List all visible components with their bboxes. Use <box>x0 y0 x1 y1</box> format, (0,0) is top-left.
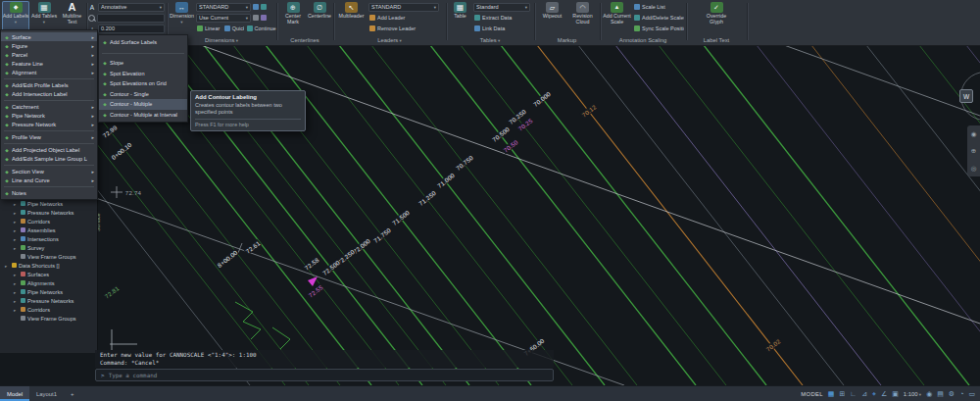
toolspace-tree-item[interactable]: Surfaces <box>0 270 97 278</box>
text-height-field[interactable]: 0.200 <box>98 25 165 33</box>
linear-dimension-button[interactable]: Linear <box>196 25 221 33</box>
find-text-input[interactable] <box>97 14 165 23</box>
scale-list-button[interactable]: Scale List <box>633 3 666 12</box>
menu-item[interactable]: Add Projected Object Label <box>1 145 97 154</box>
table-button[interactable]: Table <box>449 1 471 34</box>
remove-leader-button[interactable]: Remove Leader <box>368 25 416 33</box>
tree-expand-icon[interactable] <box>14 272 19 277</box>
menu-item[interactable]: Pressure Network <box>1 120 97 128</box>
submenu-item[interactable]: Contour - Multiple at Interval <box>99 110 187 121</box>
contour-label[interactable]: 72.74 <box>124 189 142 196</box>
command-input[interactable]: Type a command <box>95 369 554 381</box>
submenu-item[interactable] <box>99 48 187 59</box>
layout-tab[interactable]: Layout1 <box>29 386 64 401</box>
override-glyph-button[interactable]: Override Glyph <box>701 1 732 34</box>
add-current-scale-button[interactable]: Add Current Scale <box>603 1 631 34</box>
dim-style-dropdown[interactable]: STANDARD <box>196 3 251 12</box>
status-icon[interactable]: ▣ <box>892 386 899 401</box>
status-icon[interactable]: ▦ <box>828 386 835 401</box>
toolspace-tree-item[interactable]: Alignments <box>0 278 97 287</box>
panel-label-centerlines[interactable]: Centerlines <box>276 35 333 45</box>
submenu-item[interactable]: Slope <box>99 58 187 69</box>
toolspace-tree-item[interactable]: Pipe Networks <box>0 199 97 208</box>
panel-label-tables[interactable]: Tables <box>446 35 534 45</box>
tree-expand-icon[interactable] <box>14 298 19 304</box>
multileader-button[interactable]: Multileader <box>337 1 366 34</box>
continue-dimension-button[interactable]: Continue <box>246 25 276 33</box>
menu-item[interactable] <box>1 98 97 102</box>
status-icon[interactable]: ▤ <box>937 386 944 401</box>
toolspace-tree-item[interactable]: Corridors <box>0 305 97 314</box>
menu-item[interactable]: Line and Curve <box>1 175 97 184</box>
wipeout-button[interactable]: Wipeout <box>538 1 566 34</box>
menu-item[interactable]: Feature Line <box>1 59 97 68</box>
menu-item[interactable]: Parcel <box>1 50 97 59</box>
submenu-item[interactable]: Contour - Multiple <box>99 99 187 110</box>
menu-item[interactable] <box>1 141 97 145</box>
center-mark-button[interactable]: Center Mark <box>280 1 306 34</box>
submenu-item[interactable]: Contour - Single <box>99 89 187 100</box>
sync-scale-positions-button[interactable]: Sync Scale Positions <box>633 25 684 33</box>
command-window[interactable]: Enter new value for CANNOSCALE <"1:4">: … <box>95 350 554 381</box>
pan-icon[interactable] <box>971 147 976 154</box>
menu-item[interactable]: Section View <box>1 167 97 175</box>
status-icon[interactable]: ⊞ <box>839 386 845 401</box>
dim-tool-icon[interactable] <box>261 4 267 10</box>
dim-tool-icon[interactable] <box>253 15 259 21</box>
model-space-indicator[interactable]: MODEL <box>801 391 822 397</box>
status-icon[interactable]: ∟ <box>850 386 857 401</box>
tree-expand-icon[interactable] <box>14 289 19 295</box>
tree-expand-icon[interactable] <box>14 227 19 233</box>
toolspace-tree-item[interactable]: Pressure Networks <box>0 296 97 305</box>
menu-item[interactable] <box>1 128 97 132</box>
submenu-item[interactable]: Add Surface Labels <box>99 37 187 48</box>
menu-item[interactable]: Add/Edit Profile Labels <box>1 80 97 89</box>
tree-expand-icon[interactable] <box>14 219 19 225</box>
panel-label-markup[interactable]: Markup <box>534 35 600 45</box>
add-leader-button[interactable]: Add Leader <box>368 14 406 23</box>
text-style-dropdown[interactable]: Annotative <box>98 3 165 12</box>
layout-tab[interactable]: + <box>64 386 80 401</box>
submenu-item[interactable]: Spot Elevation <box>99 69 187 79</box>
dim-layer-dropdown[interactable]: Use Current <box>196 14 251 23</box>
dim-tool-icon[interactable] <box>253 4 259 10</box>
extract-data-button[interactable]: Extract Data <box>473 14 513 23</box>
menu-item[interactable]: Pipe Network <box>1 111 97 120</box>
annotation-scale-control[interactable]: 1:100 <box>904 391 921 397</box>
table-style-dropdown[interactable]: Standard <box>473 3 530 12</box>
toolspace-tree-item[interactable]: Data Shortcuts [] <box>0 261 97 270</box>
panel-label-leaders[interactable]: Leaders <box>333 35 446 45</box>
menu-item[interactable] <box>1 184 97 188</box>
status-icon[interactable]: ▭ <box>968 386 975 401</box>
toolspace-tree-item[interactable]: View Frame Groups <box>0 314 97 323</box>
surface-boundary-doodle[interactable] <box>235 302 290 349</box>
centerline-button[interactable]: Centerline <box>307 1 332 34</box>
toolspace-tree-item[interactable]: Corridors <box>0 217 97 226</box>
tree-expand-icon[interactable] <box>14 245 19 251</box>
menu-item[interactable]: Notes <box>1 188 97 197</box>
add-delete-scales-button[interactable]: Add/Delete Scales <box>633 14 684 23</box>
tree-expand-icon[interactable] <box>14 201 19 207</box>
menu-item[interactable]: Catchment <box>1 102 97 111</box>
toolspace-tree-item[interactable]: View Frame Groups <box>0 252 97 261</box>
layout-tab[interactable]: Model <box>0 386 29 401</box>
menu-item[interactable]: Figure <box>1 41 97 50</box>
status-icon[interactable]: ∠ <box>881 386 887 401</box>
toolspace-tree-item[interactable]: Pipe Networks <box>0 287 97 296</box>
status-icon[interactable]: ⌖ <box>872 386 876 401</box>
menu-item[interactable] <box>1 76 97 80</box>
toolspace-tree-item[interactable]: Assemblies <box>0 226 97 234</box>
tree-expand-icon[interactable] <box>14 307 19 313</box>
status-icon[interactable]: ⊿ <box>861 386 867 401</box>
menu-item[interactable] <box>1 163 97 167</box>
tree-expand-icon[interactable] <box>14 210 19 216</box>
submenu-item[interactable]: Spot Elevations on Grid <box>99 78 187 89</box>
menu-item[interactable]: Add Intersection Label <box>1 89 97 98</box>
viewcube-west[interactable]: W <box>959 89 973 103</box>
orbit-icon[interactable] <box>971 165 977 172</box>
status-icon[interactable]: ⚙ <box>949 386 955 401</box>
menu-item[interactable]: Alignment <box>1 68 97 76</box>
menu-item[interactable]: Add/Edit Sample Line Group Labels <box>1 154 97 163</box>
panel-label-label-text[interactable]: Label Text <box>686 35 747 45</box>
steering-wheel-icon[interactable] <box>971 130 977 137</box>
